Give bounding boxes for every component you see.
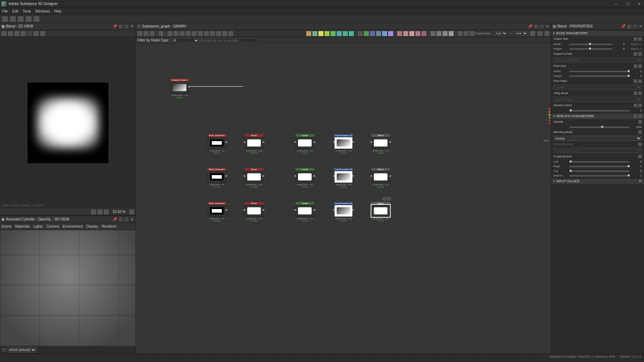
graph-canvas[interactable]: Gradient Linear 1 2048x2048 - L16 0.37ms… [136, 44, 551, 353]
pin-icon[interactable]: 📌 [113, 217, 117, 222]
grid-icon[interactable] [634, 114, 637, 118]
maximize-panel-icon[interactable]: ▢ [124, 217, 128, 222]
seed-slider[interactable] [569, 110, 630, 111]
uv-icon[interactable] [27, 31, 32, 36]
input-port-opacity[interactable] [548, 114, 551, 116]
section-base-parameters[interactable]: BASE PARAMETERS [551, 30, 644, 36]
menu-environment[interactable]: Environment [63, 224, 83, 228]
input-pin[interactable] [294, 209, 296, 211]
link-icon[interactable] [634, 79, 637, 83]
maximize-panel-icon[interactable]: ▢ [633, 24, 637, 29]
output-pin[interactable] [352, 141, 354, 143]
input-port-bg[interactable] [548, 111, 551, 113]
noise-4-icon[interactable] [449, 31, 454, 36]
menu-materials[interactable]: Materials [15, 224, 30, 228]
section-specific-parameters[interactable]: SPECIFIC PARAMETERS [551, 113, 644, 119]
menu-icon[interactable] [638, 155, 642, 158]
redo-icon[interactable] [34, 16, 39, 22]
menu-help[interactable]: Help [54, 9, 62, 13]
node-brick3[interactable]: Brick_Generator 2048x2048 - L8 16.49ms [208, 202, 226, 222]
input-pin[interactable] [370, 209, 372, 211]
link-icon[interactable] [634, 91, 637, 95]
copy-icon[interactable] [14, 31, 19, 36]
pin-icon[interactable]: 📌 [621, 24, 625, 29]
color-roughness-icon[interactable] [318, 31, 323, 36]
output-pin[interactable] [313, 175, 315, 177]
tiling-mode-select[interactable]: H and V Tiling [553, 97, 642, 102]
close-panel-icon[interactable]: ✕ [638, 24, 643, 29]
color-c7-icon[interactable] [343, 31, 348, 36]
frame-selection-icon[interactable] [143, 31, 148, 36]
ungroup-icon[interactable] [204, 31, 209, 36]
node-action-icon[interactable] [383, 197, 386, 200]
menu-icon[interactable] [638, 143, 642, 146]
node-blend1[interactable]: Blend 2048x2048 - L16 0.33ms [371, 134, 390, 154]
output-pin[interactable] [313, 141, 315, 143]
input-pin[interactable] [370, 175, 372, 177]
gray-3-icon[interactable] [370, 31, 375, 36]
input-pin[interactable] [244, 141, 245, 143]
frame-all-icon[interactable] [137, 31, 142, 36]
width-slider[interactable] [569, 44, 613, 45]
popout-icon[interactable]: ◱ [627, 24, 631, 29]
gray-6-icon[interactable] [388, 31, 393, 36]
node-bevel3[interactable]: Bevel 2048x2048 - L16 27.16ms [245, 202, 263, 222]
input-pin[interactable] [370, 141, 372, 143]
noise-1-icon[interactable] [430, 31, 435, 36]
noise-3-icon[interactable] [443, 31, 448, 36]
minimize-button[interactable]: — [613, 2, 620, 6]
input-pin[interactable] [294, 175, 296, 177]
noise-2-icon[interactable] [436, 31, 441, 36]
close-panel-icon[interactable]: ✕ [545, 24, 550, 29]
timing-icon[interactable] [464, 31, 469, 36]
output-pin[interactable] [188, 86, 190, 88]
menu-display[interactable]: Display [86, 224, 98, 228]
light-icon[interactable] [1, 236, 5, 240]
menu-lights[interactable]: Lights [33, 224, 43, 228]
color-metallic-icon[interactable] [325, 31, 330, 36]
output-pin[interactable] [225, 141, 227, 143]
output-pin[interactable] [352, 209, 354, 211]
menu-icon[interactable] [638, 104, 642, 107]
cut-icon[interactable] [174, 31, 179, 36]
menu-icon[interactable] [638, 79, 642, 83]
color-ao-icon[interactable] [337, 31, 342, 36]
node-bevel1[interactable]: Bevel 2048x2048 - L16 19.56ms [245, 134, 263, 154]
input-port-mask[interactable] [548, 116, 551, 119]
gray-2-icon[interactable] [364, 31, 369, 36]
input-port-6[interactable] [548, 122, 551, 124]
menu-tools[interactable]: Tools [23, 9, 31, 13]
height-slider[interactable] [569, 48, 613, 50]
compute-icon[interactable] [470, 31, 475, 36]
info-icon[interactable] [34, 31, 39, 36]
output-pin[interactable] [389, 175, 391, 177]
node-blend3[interactable]: Blend 2048x2048 - L16 1.67ms [371, 202, 390, 222]
maximize-panel-icon[interactable]: ▢ [540, 24, 544, 29]
menu-icon[interactable] [638, 130, 642, 134]
node-brick1[interactable]: Brick_Generator 2048x2048 - L8 20.4ms [208, 134, 226, 154]
node-trans3[interactable]: Transformation 2D 2048x2048 - L16 0.11ms [334, 202, 353, 222]
fx-1-icon[interactable] [397, 31, 402, 36]
node-levels3[interactable]: Levels 2048x2048 - L16 0.21ms [296, 202, 314, 222]
search-icon[interactable] [167, 31, 172, 36]
snap-icon[interactable] [97, 209, 102, 214]
node-blend2[interactable]: Blend 2048x2048 - L16 0.25ms [371, 168, 390, 188]
popout-icon[interactable]: ◱ [118, 24, 123, 29]
pin-icon[interactable]: 📌 [528, 24, 532, 29]
menu-windows[interactable]: Windows [35, 9, 50, 13]
comment-icon[interactable] [210, 31, 215, 36]
lock-icon[interactable] [129, 209, 134, 214]
undo-icon[interactable] [26, 16, 31, 22]
pin-node-icon[interactable] [228, 31, 233, 36]
output-pin[interactable] [263, 209, 264, 211]
filter-type-select[interactable]: All [171, 38, 199, 43]
parent-height-select[interactable]: 2048 [514, 31, 528, 36]
output-pin[interactable] [389, 141, 391, 143]
menu-camera[interactable]: Camera [47, 224, 59, 228]
input-pin[interactable] [244, 209, 245, 211]
node-bevel2[interactable]: Bevel 2048x2048 - L16 21.28ms [245, 168, 263, 188]
close-panel-icon[interactable]: ✕ [130, 217, 134, 222]
close-panel-icon[interactable]: ✕ [130, 24, 134, 29]
link-icon[interactable] [634, 64, 637, 68]
input-pin[interactable] [333, 141, 335, 143]
